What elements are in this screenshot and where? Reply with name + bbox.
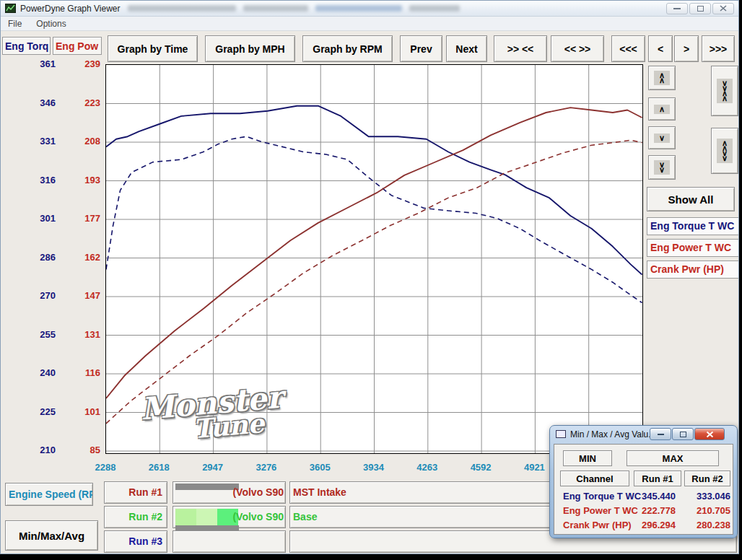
- power-tick: 223: [67, 97, 100, 108]
- popup-minimize-button[interactable]: [650, 428, 671, 440]
- column-header-run1: Run #1: [634, 471, 681, 486]
- scroll-far-left-button[interactable]: <<<: [611, 35, 645, 62]
- power-tick: 131: [67, 329, 100, 340]
- minimize-button[interactable]: [666, 3, 688, 14]
- torque-tick: 301: [22, 213, 56, 224]
- chevron-down-icon: ∨: [654, 134, 670, 143]
- scroll-right-button[interactable]: >: [674, 35, 699, 62]
- scroll-left-button[interactable]: <: [648, 35, 673, 62]
- window-title: PowerDyne Graph Viewer: [20, 4, 121, 14]
- redacted-text: [128, 5, 236, 12]
- torque-tick: 225: [22, 406, 56, 417]
- torque-tick: 361: [22, 58, 56, 69]
- color-swatch: [196, 509, 217, 526]
- min-button[interactable]: MIN: [563, 450, 612, 466]
- graph-by-mph-button[interactable]: Graph by MPH: [205, 35, 295, 62]
- powerdyne-window: PowerDyne Graph Viewer File Options Eng …: [0, 0, 739, 554]
- rpm-tick: 2947: [191, 462, 235, 473]
- chevrons-inward-icon: ∨ ∨ ∧ ∧: [717, 79, 733, 103]
- power-tick: 162: [67, 252, 100, 263]
- menu-file[interactable]: File: [1, 19, 29, 29]
- run1-max-value: 345.440: [611, 491, 676, 502]
- rpm-tick: 3605: [298, 462, 341, 473]
- tab-eng-power[interactable]: Eng Pow: [53, 37, 102, 55]
- popup-title: Min / Max / Avg Valu...: [570, 429, 655, 439]
- legend-crank-pwr[interactable]: Crank Pwr (HP): [647, 261, 739, 279]
- torque-tick: 331: [22, 136, 56, 146]
- close-button[interactable]: [712, 3, 734, 14]
- torque-tick: 270: [22, 290, 56, 301]
- legend-eng-power[interactable]: Eng Power T WC: [647, 239, 739, 257]
- color-swatch: [175, 509, 196, 526]
- pan-down-fast-button[interactable]: ∨ ∨: [648, 155, 676, 180]
- chevron-up-double-icon: ∧ ∧: [654, 71, 670, 85]
- run2-max-value: 280.238: [678, 520, 730, 530]
- minmax-row: Crank Pwr (HP)296.294280.238: [560, 520, 732, 534]
- pan-up-fast-button[interactable]: ∧ ∧: [648, 66, 676, 90]
- rpm-tick: 2618: [137, 462, 180, 473]
- run2-max-value: 333.046: [678, 491, 730, 502]
- redacted-text: [243, 5, 308, 12]
- engine-speed-channel[interactable]: Engine Speed (RP: [5, 483, 93, 506]
- close-icon: [720, 5, 727, 12]
- legend-eng-torque[interactable]: Eng Torque T WC: [647, 217, 739, 235]
- redacted-text: [409, 5, 460, 12]
- run2-sample-box[interactable]: (Volvo S90: [173, 506, 286, 528]
- pan-up-button[interactable]: ∧: [648, 97, 676, 121]
- scroll-far-right-button[interactable]: >>>: [702, 35, 735, 62]
- next-button[interactable]: Next: [446, 35, 487, 62]
- power-tick: 177: [67, 213, 100, 224]
- tab-eng-torque[interactable]: Eng Torq: [2, 37, 51, 55]
- y-collapse-button[interactable]: ∨ ∨ ∧ ∧: [711, 66, 738, 116]
- rpm-tick: 4263: [406, 462, 449, 473]
- pan-down-button[interactable]: ∨: [648, 126, 676, 149]
- power-tick: 116: [67, 367, 100, 378]
- run1-max-value: 222.778: [611, 505, 676, 516]
- run1-max-value: 296.294: [611, 520, 676, 530]
- minmax-row: Eng Torque T WC345.440333.046: [560, 491, 732, 505]
- collapse-x-button[interactable]: >> <<: [494, 35, 547, 62]
- graph-by-time-button[interactable]: Graph by Time: [108, 35, 198, 62]
- run2-max-value: 210.705: [678, 505, 730, 516]
- rpm-tick: 4592: [459, 462, 502, 473]
- restore-button[interactable]: [689, 3, 711, 14]
- torque-tick: 316: [22, 175, 56, 185]
- column-header-run2: Run #2: [684, 471, 730, 486]
- power-tick: 101: [67, 406, 100, 417]
- plot-area[interactable]: [105, 64, 643, 454]
- app-icon: [5, 4, 16, 13]
- expand-x-button[interactable]: << >>: [551, 35, 604, 62]
- run3-label[interactable]: Run #3: [104, 530, 167, 553]
- rpm-tick: 3276: [245, 462, 288, 473]
- chevron-down-double-icon: ∨ ∨: [654, 160, 670, 175]
- popup-close-button[interactable]: [694, 428, 725, 440]
- prev-button[interactable]: Prev: [400, 35, 442, 62]
- title-bar: PowerDyne Graph Viewer: [1, 1, 738, 17]
- run3-sample-box[interactable]: [173, 530, 286, 553]
- run2-sample-text: (Volvo S90: [232, 511, 284, 522]
- run1-label[interactable]: Run #1: [104, 481, 167, 504]
- run1-gray-bar: [175, 484, 239, 490]
- popup-maximize-button[interactable]: [672, 428, 694, 440]
- y-expand-button[interactable]: ∧ ∧ ∨ ∨: [711, 128, 738, 174]
- run1-sample-text: (Volvo S90: [232, 486, 284, 498]
- show-all-button[interactable]: Show All: [647, 187, 735, 211]
- column-header-channel: Channel: [560, 471, 629, 486]
- run1-sample-box[interactable]: (Volvo S90: [173, 481, 286, 504]
- torque-tick: 210: [22, 445, 56, 455]
- min-max-avg-button[interactable]: Min/Max/Avg: [5, 520, 98, 551]
- torque-tick: 346: [22, 97, 56, 108]
- graph-by-rpm-button[interactable]: Graph by RPM: [302, 35, 393, 62]
- run2-label[interactable]: Run #2: [104, 506, 167, 528]
- minmax-row: Eng Power T WC222.778210.705: [560, 505, 732, 520]
- max-button[interactable]: MAX: [627, 450, 719, 466]
- rpm-tick: 3934: [352, 462, 396, 473]
- menu-options[interactable]: Options: [29, 19, 73, 29]
- power-tick: 147: [67, 290, 100, 301]
- menu-bar: File Options: [1, 17, 738, 31]
- torque-tick: 240: [22, 367, 56, 378]
- popup-body: MIN MAX Channel Run #1 Run #2 Eng Torque…: [554, 444, 733, 535]
- power-tick: 193: [67, 175, 100, 185]
- popup-window-icon: [556, 430, 566, 438]
- run2-color-swatches: [175, 509, 238, 526]
